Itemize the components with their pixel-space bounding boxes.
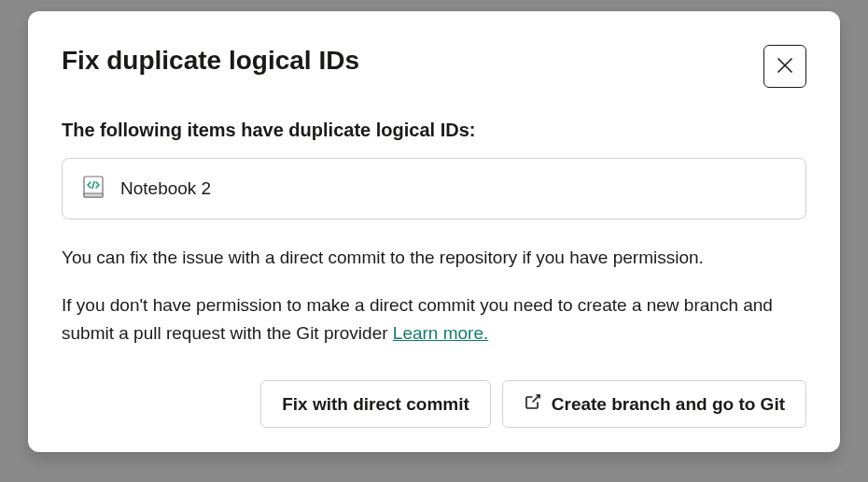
open-external-icon	[524, 392, 542, 416]
body-paragraph-1: You can fix the issue with a direct comm…	[62, 244, 806, 271]
dialog-fix-duplicate-ids: Fix duplicate logical IDs The following …	[28, 11, 840, 452]
fix-direct-commit-label: Fix with direct commit	[282, 394, 469, 415]
close-icon	[776, 56, 794, 78]
subheading: The following items have duplicate logic…	[62, 120, 806, 141]
dialog-title: Fix duplicate logical IDs	[62, 45, 359, 77]
create-branch-button[interactable]: Create branch and go to Git	[502, 380, 806, 428]
svg-rect-3	[84, 193, 103, 197]
learn-more-link[interactable]: Learn more.	[393, 323, 488, 343]
fix-direct-commit-button[interactable]: Fix with direct commit	[260, 380, 491, 428]
dialog-header: Fix duplicate logical IDs	[62, 45, 806, 88]
duplicate-item-label: Notebook 2	[120, 178, 211, 199]
notebook-icon	[83, 176, 104, 202]
dialog-footer-buttons: Fix with direct commit Create branch and…	[62, 380, 806, 428]
body-paragraph-2: If you don't have permission to make a d…	[62, 291, 806, 347]
svg-line-5	[533, 395, 539, 402]
duplicate-item-row: Notebook 2	[62, 158, 806, 220]
create-branch-label: Create branch and go to Git	[552, 394, 785, 415]
close-button[interactable]	[763, 45, 806, 88]
